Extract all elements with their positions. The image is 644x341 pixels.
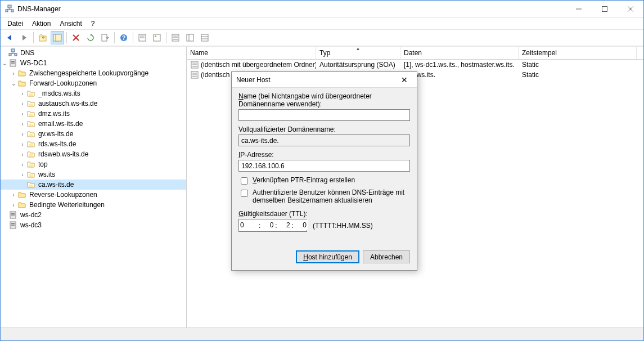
tool-button-1[interactable] <box>136 31 149 44</box>
expand-icon[interactable]: › <box>10 69 17 77</box>
svg-rect-35 <box>15 53 17 56</box>
minimize-button[interactable] <box>566 1 592 17</box>
delete-button[interactable] <box>69 31 83 44</box>
column-header-typ[interactable]: ▲Typ <box>316 47 400 59</box>
ttl-seconds[interactable] <box>294 219 308 230</box>
toolbar: ? <box>1 29 643 46</box>
column-header-daten[interactable]: Daten <box>400 47 519 59</box>
tree-zone-rds-ws-its-de[interactable]: ›rds.ws-its.de <box>1 139 186 149</box>
svg-rect-45 <box>29 154 33 156</box>
tree-zone-top[interactable]: ›top <box>1 159 186 169</box>
ip-input[interactable] <box>238 160 410 172</box>
expand-icon[interactable]: › <box>19 120 26 128</box>
record-row[interactable]: (identisch mit übergeordnetem Ordner)Aut… <box>187 60 643 70</box>
svg-rect-34 <box>9 53 11 56</box>
export-button[interactable] <box>98 31 112 44</box>
svg-rect-51 <box>11 214 15 216</box>
menu-datei[interactable]: Datei <box>3 19 28 29</box>
collapse-icon[interactable]: ⌄ <box>1 59 8 67</box>
list-pane: Name▲TypDatenZeitstempel (identisch mit … <box>187 47 643 327</box>
svg-rect-37 <box>11 61 15 62</box>
menu-aktion[interactable]: Aktion <box>28 19 55 29</box>
tree-zone-email-ws-its-de[interactable]: ›email.ws-its.de <box>1 119 186 129</box>
tool-button-4[interactable] <box>183 31 197 44</box>
ttl-input-group[interactable]: : : : <box>238 219 307 232</box>
svg-rect-28 <box>201 34 208 41</box>
tree-zone-gv-ws-its-de[interactable]: ›gv.ws-its.de <box>1 129 186 139</box>
tree-server-ws-dc3[interactable]: ws-dc3 <box>1 220 186 230</box>
svg-rect-31 <box>11 49 15 52</box>
menu-ansicht[interactable]: Ansicht <box>55 19 86 29</box>
zone-icon <box>26 140 35 149</box>
expand-icon[interactable]: › <box>10 191 17 199</box>
tool-button-2[interactable] <box>150 31 164 44</box>
column-header-zeitstempel[interactable]: Zeitstempel <box>519 47 637 59</box>
add-host-button[interactable]: Host hinzufügen <box>296 250 359 263</box>
tree-conditional-forwarders[interactable]: ›Bedingte Weiterleitungen <box>1 200 186 210</box>
ptr-checkbox[interactable] <box>241 177 248 185</box>
svg-rect-39 <box>29 93 33 96</box>
close-button[interactable] <box>618 1 643 17</box>
expand-icon[interactable]: › <box>10 201 17 209</box>
svg-rect-47 <box>29 174 33 177</box>
tree-zone-_msdcs-ws-its[interactable]: ›_msdcs.ws.its <box>1 88 186 98</box>
maximize-button[interactable] <box>592 1 618 17</box>
expand-icon[interactable]: › <box>19 110 26 118</box>
svg-text:?: ? <box>122 35 125 41</box>
zone-icon <box>26 170 35 179</box>
ttl-format-hint: (TTTTT:HH.MM.SS) <box>313 222 373 230</box>
expand-icon[interactable]: › <box>19 100 26 107</box>
auth-checkbox[interactable] <box>241 190 248 197</box>
svg-rect-4 <box>11 10 13 12</box>
svg-rect-0 <box>8 5 11 8</box>
expand-icon[interactable]: › <box>19 89 26 97</box>
expand-icon[interactable]: › <box>19 160 26 168</box>
tree-root-dns[interactable]: DNS <box>1 48 186 58</box>
ttl-minutes[interactable] <box>278 219 291 230</box>
zone-icon <box>26 150 35 159</box>
up-button[interactable] <box>36 31 49 44</box>
menubar: Datei Aktion Ansicht ? <box>1 18 643 29</box>
tree-forward-zones[interactable]: ⌄Forward-Lookupzonen <box>1 78 186 88</box>
refresh-button[interactable] <box>84 31 97 44</box>
svg-rect-48 <box>29 185 33 187</box>
svg-rect-40 <box>29 104 33 106</box>
forward-button[interactable] <box>17 31 31 44</box>
folder-icon <box>17 69 26 78</box>
svg-rect-38 <box>11 62 15 64</box>
tool-button-3[interactable] <box>169 31 182 44</box>
expand-icon[interactable]: › <box>19 150 26 158</box>
expand-icon[interactable]: › <box>19 140 26 148</box>
collapse-icon[interactable]: ⌄ <box>10 79 17 87</box>
tool-button-5[interactable] <box>198 31 211 44</box>
server-icon <box>8 59 17 68</box>
ttl-days[interactable] <box>239 219 258 230</box>
tree-zone-rdsweb-ws-its-de[interactable]: ›rdsweb.ws-its.de <box>1 149 186 159</box>
record-icon <box>190 70 199 79</box>
tree-zone-austausch-ws-its-de[interactable]: ›austausch.ws-its.de <box>1 98 186 109</box>
column-header-name[interactable]: Name <box>187 47 316 59</box>
tree-zone-ws-its[interactable]: ›ws.its <box>1 169 186 180</box>
tree-reverse-zones[interactable]: ›Reverse-Lookupzonen <box>1 190 186 200</box>
tree-pane[interactable]: DNS⌄WS-DC1›Zwischengespeicherte Lookupvo… <box>1 47 187 327</box>
back-button[interactable] <box>3 31 16 44</box>
tree-cached-lookups[interactable]: ›Zwischengespeicherte Lookupvorgänge <box>1 68 186 78</box>
svg-rect-44 <box>29 144 33 146</box>
zone-icon <box>26 119 35 128</box>
tree-server-ws-dc2[interactable]: ws-dc2 <box>1 210 186 220</box>
show-tree-button[interactable] <box>51 31 64 44</box>
svg-rect-41 <box>29 114 33 116</box>
expand-icon[interactable]: › <box>19 130 26 138</box>
menu-help[interactable]: ? <box>87 19 100 29</box>
tree-zone-ca-ws-its-de[interactable]: ca.ws-its.de <box>1 180 186 190</box>
tree-zone-dmz-ws-its[interactable]: ›dmz.ws.its <box>1 109 186 119</box>
help-button[interactable]: ? <box>117 31 130 44</box>
expand-icon[interactable]: › <box>19 170 26 178</box>
name-input[interactable] <box>238 109 410 121</box>
svg-rect-43 <box>29 134 33 136</box>
dialog-titlebar[interactable]: Neuer Host ✕ <box>232 72 417 88</box>
ttl-hours[interactable] <box>261 219 274 230</box>
dialog-close-button[interactable]: ✕ <box>394 73 415 87</box>
tree-server-wsdc1[interactable]: ⌄WS-DC1 <box>1 58 186 68</box>
cancel-button[interactable]: Abbrechen <box>363 250 410 263</box>
